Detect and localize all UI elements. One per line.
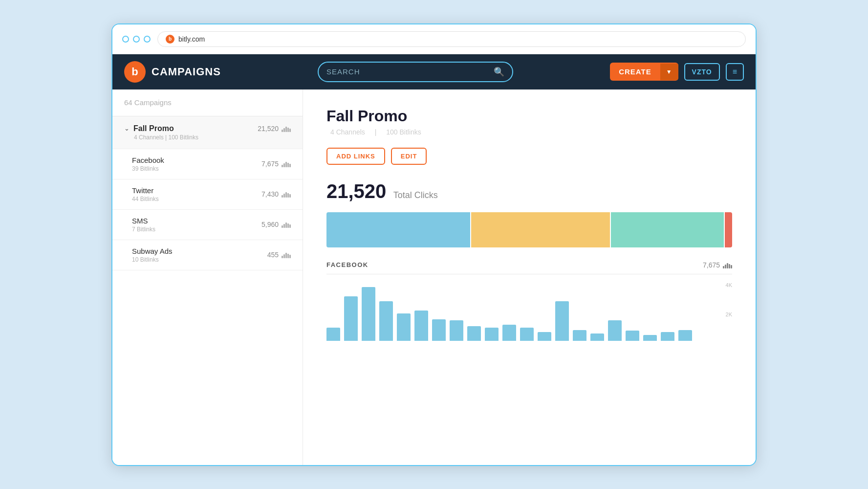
favicon: b bbox=[166, 35, 174, 44]
sidebar: 64 Campaigns ⌄ Fall Promo 21,520 bbox=[112, 89, 303, 465]
channel-item-sms[interactable]: SMS 7 Bitlinks 5,960 bbox=[112, 210, 303, 240]
address-bar[interactable]: b bitly.com bbox=[157, 31, 746, 47]
main-content: 64 Campaigns ⌄ Fall Promo 21,520 bbox=[112, 89, 756, 465]
bar-chart-bar bbox=[362, 287, 375, 341]
browser-window: b bitly.com b CAMPAIGNS 🔍 CREATE bbox=[111, 23, 757, 466]
channel-clicks: 7,430 bbox=[261, 190, 279, 198]
channel-name: SMS bbox=[132, 217, 155, 225]
bar-chart-bar bbox=[414, 311, 428, 341]
browser-dots bbox=[122, 36, 151, 43]
create-button[interactable]: CREATE ▼ bbox=[610, 63, 678, 81]
search-input-wrap[interactable]: 🔍 bbox=[318, 62, 513, 82]
app: b CAMPAIGNS 🔍 CREATE ▼ VZTO ≡ bbox=[112, 54, 756, 465]
detail-panel: Fall Promo 4 Channels | 100 Bitlinks ADD… bbox=[303, 89, 756, 465]
bar-chart-bar bbox=[555, 301, 569, 341]
channel-meta: 39 Bitlinks bbox=[132, 165, 164, 172]
channel-clicks: 7,675 bbox=[261, 160, 279, 168]
bar-chart-bar bbox=[520, 328, 534, 340]
search-icon[interactable]: 🔍 bbox=[494, 67, 504, 77]
facebook-bar-chart bbox=[326, 282, 715, 341]
bar-chart-icon bbox=[282, 191, 291, 198]
bar-chart-bar bbox=[643, 335, 657, 341]
total-clicks-label: Total Clicks bbox=[393, 190, 438, 200]
logo-letter: b bbox=[131, 66, 138, 78]
campaign-name: Fall Promo bbox=[133, 124, 174, 133]
bar-chart-bar bbox=[626, 331, 639, 341]
detail-bitlinks: 100 Bitlinks bbox=[386, 128, 421, 136]
bar-chart-icon bbox=[282, 251, 291, 258]
top-nav: b CAMPAIGNS 🔍 CREATE ▼ VZTO ≡ bbox=[112, 54, 756, 89]
edit-button[interactable]: EDIT bbox=[391, 148, 427, 165]
campaign-meta: 4 Channels | 100 Bitlinks bbox=[124, 134, 291, 141]
facebook-clicks: 7,675 bbox=[703, 261, 720, 269]
facebook-bar-chart-wrap: 4K 2K bbox=[326, 282, 732, 341]
browser-dot-2 bbox=[133, 36, 140, 43]
channel-item-twitter[interactable]: Twitter 44 Bitlinks 7,430 bbox=[112, 179, 303, 210]
channel-info: SMS 7 Bitlinks bbox=[132, 217, 155, 233]
campaign-item[interactable]: ⌄ Fall Promo 21,520 bbox=[112, 116, 303, 149]
channel-meta: 10 Bitlinks bbox=[132, 256, 173, 263]
stacked-bar-subway bbox=[725, 212, 732, 247]
bar-chart-bar bbox=[397, 313, 411, 341]
channel-breakdown: FACEBOOK 7,675 bbox=[326, 261, 732, 341]
detail-meta: 4 Channels | 100 Bitlinks bbox=[326, 128, 732, 136]
channel-name: Facebook bbox=[132, 156, 164, 164]
channel-name: Twitter bbox=[132, 186, 159, 195]
bar-chart-bar bbox=[573, 330, 586, 341]
channel-clicks: 5,960 bbox=[261, 221, 279, 228]
user-button[interactable]: VZTO bbox=[684, 63, 720, 81]
campaign-item-header: ⌄ Fall Promo 21,520 bbox=[124, 124, 291, 133]
channel-name: Subway Ads bbox=[132, 247, 173, 255]
browser-dot-3 bbox=[144, 36, 151, 43]
bar-chart-bar bbox=[590, 333, 604, 341]
channel-stats: 7,430 bbox=[261, 190, 291, 198]
browser-chrome: b bitly.com bbox=[112, 24, 756, 54]
add-links-button[interactable]: ADD LINKS bbox=[326, 148, 385, 165]
menu-button[interactable]: ≡ bbox=[726, 63, 744, 81]
bar-chart-bar bbox=[608, 320, 622, 340]
total-clicks-section: 21,520 Total Clicks bbox=[326, 180, 732, 202]
bar-chart-icon bbox=[282, 125, 291, 132]
search-input[interactable] bbox=[326, 67, 490, 76]
stacked-bar-chart bbox=[326, 212, 732, 247]
channel-item-subway[interactable]: Subway Ads 10 Bitlinks 455 bbox=[112, 240, 303, 270]
nav-search: 🔍 bbox=[242, 62, 588, 82]
campaign-chevron-icon: ⌄ bbox=[124, 125, 130, 132]
detail-actions: ADD LINKS EDIT bbox=[326, 148, 732, 165]
bar-chart-bar bbox=[326, 328, 340, 340]
channel-stats: 5,960 bbox=[261, 221, 291, 228]
campaign-clicks: 21,520 bbox=[258, 125, 279, 133]
bar-chart-bar bbox=[450, 320, 463, 340]
bar-chart-bar bbox=[538, 332, 551, 341]
channel-clicks: 455 bbox=[267, 251, 279, 259]
stacked-bar-sms bbox=[611, 212, 724, 247]
stacked-bar-twitter bbox=[471, 212, 610, 247]
detail-title: Fall Promo bbox=[326, 107, 732, 125]
stacked-bar-facebook bbox=[326, 212, 470, 247]
hamburger-icon: ≡ bbox=[733, 67, 737, 76]
url-text: bitly.com bbox=[178, 35, 205, 43]
bar-chart-bar bbox=[661, 332, 674, 341]
bar-chart-bar bbox=[467, 326, 481, 340]
create-chevron-icon[interactable]: ▼ bbox=[660, 64, 678, 80]
nav-title: CAMPAIGNS bbox=[152, 66, 221, 78]
campaign-item-left: ⌄ Fall Promo bbox=[124, 124, 174, 133]
bar-chart-bar bbox=[344, 296, 358, 341]
channel-breakdown-header: FACEBOOK 7,675 bbox=[326, 261, 732, 274]
sidebar-header: 64 Campaigns bbox=[112, 89, 303, 116]
bar-chart-icon bbox=[282, 160, 291, 167]
create-button-label: CREATE bbox=[610, 63, 660, 81]
campaign-count: 64 Campaigns bbox=[124, 98, 172, 107]
channel-item-facebook[interactable]: Facebook 39 Bitlinks 7,675 bbox=[112, 149, 303, 179]
y-label-4k: 4K bbox=[726, 282, 732, 288]
detail-separator: | bbox=[375, 128, 377, 136]
bar-chart-bar bbox=[379, 301, 393, 341]
browser-dot-1 bbox=[122, 36, 129, 43]
bar-chart-bar bbox=[502, 325, 516, 340]
channel-breakdown-label: FACEBOOK bbox=[326, 261, 369, 268]
channel-info: Twitter 44 Bitlinks bbox=[132, 186, 159, 202]
bar-chart-bar bbox=[678, 330, 692, 341]
bar-chart-icon bbox=[723, 262, 732, 268]
bar-chart-bar bbox=[485, 328, 499, 340]
channel-breakdown-count: 7,675 bbox=[703, 261, 732, 269]
